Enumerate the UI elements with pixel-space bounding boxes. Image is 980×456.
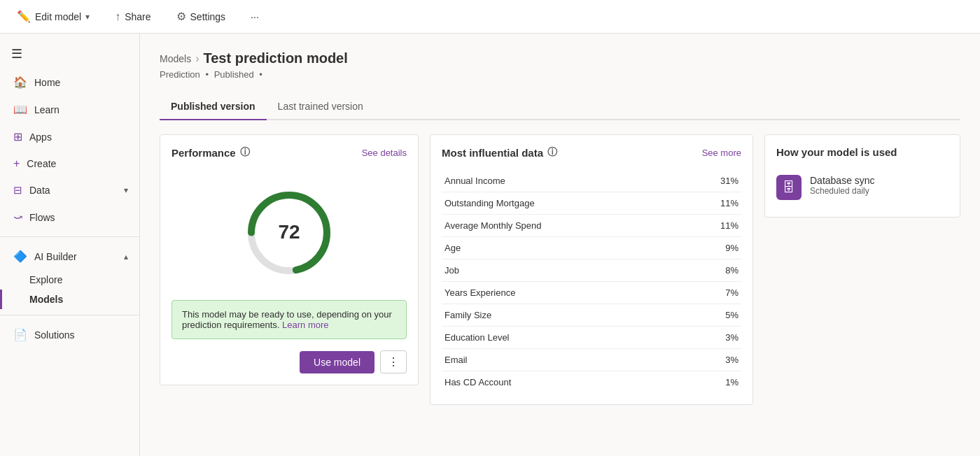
usage-item-name: Database sync <box>810 175 875 186</box>
gauge-chart: 72 <box>240 184 338 282</box>
list-item: 🗄 Database sync Scheduled daily <box>776 169 948 206</box>
table-row: Education Level3% <box>442 327 741 349</box>
performance-card: Performance ⓘ See details 72 <box>160 134 419 385</box>
performance-alert: This model may be ready to use, dependin… <box>172 300 407 339</box>
usage-item-info: Database sync Scheduled daily <box>810 175 875 196</box>
breadcrumb: Models › Test prediction model <box>160 50 960 66</box>
usage-title: How your model is used <box>776 146 897 158</box>
home-icon: 🏠 <box>13 76 27 89</box>
data-icon: ⊟ <box>13 184 22 197</box>
edit-icon: ✏️ <box>17 10 31 23</box>
more-options-button[interactable]: ⋮ <box>380 350 407 373</box>
sidebar-sub-models[interactable]: Models <box>0 290 139 309</box>
gauge-container: 72 <box>172 170 407 289</box>
table-row: Years Experience7% <box>442 282 741 304</box>
usage-card: How your model is used 🗄 Database sync S… <box>764 134 960 218</box>
tabs: Published version Last trained version <box>160 94 960 120</box>
tab-last-trained-version[interactable]: Last trained version <box>267 94 374 120</box>
performance-title: Performance ⓘ <box>172 146 250 159</box>
gear-icon: ⚙ <box>176 10 186 23</box>
sidebar-item-learn[interactable]: 📖 Learn <box>0 96 139 123</box>
use-model-button[interactable]: Use model <box>300 351 374 373</box>
apps-icon: ⊞ <box>13 130 22 143</box>
table-row: Email3% <box>442 349 741 371</box>
page-title: Test prediction model <box>203 50 347 66</box>
influential-data-table: Annual Income31%Outstanding Mortgage11%A… <box>442 170 741 393</box>
influential-title: Most influential data ⓘ <box>442 146 557 159</box>
usage-item-icon: 🗄 <box>776 175 802 200</box>
table-row: Family Size5% <box>442 304 741 327</box>
create-icon: + <box>13 157 20 170</box>
sidebar-item-data[interactable]: ⊟ Data ▾ <box>0 177 139 204</box>
sidebar-item-ai-builder[interactable]: 🔷 AI Builder ▴ <box>0 243 139 270</box>
cards-row: Performance ⓘ See details 72 <box>160 134 960 405</box>
sidebar-item-flows[interactable]: ⤻ Flows <box>0 204 139 231</box>
page-subtitle: Prediction • Published • <box>160 69 960 80</box>
sidebar-sub-explore[interactable]: Explore <box>0 270 139 290</box>
more-button[interactable]: ··· <box>245 8 265 25</box>
influential-data-card: Most influential data ⓘ See more Annual … <box>430 134 753 405</box>
sidebar-item-apps[interactable]: ⊞ Apps <box>0 123 139 150</box>
performance-card-footer: Use model ⋮ <box>172 350 407 373</box>
info-icon-influential[interactable]: ⓘ <box>547 146 557 159</box>
usage-card-header: How your model is used <box>776 146 948 158</box>
influential-card-header: Most influential data ⓘ See more <box>442 146 741 159</box>
solutions-icon: 📄 <box>13 328 27 341</box>
sidebar-item-home[interactable]: 🏠 Home <box>0 69 139 96</box>
edit-model-button[interactable]: ✏️ Edit model ▾ <box>11 7 95 26</box>
table-row: Annual Income31% <box>442 170 741 192</box>
table-row: Has CD Account1% <box>442 371 741 394</box>
table-row: Job8% <box>442 259 741 282</box>
table-row: Outstanding Mortgage11% <box>442 192 741 215</box>
sidebar-item-create[interactable]: + Create <box>0 150 139 177</box>
settings-button[interactable]: ⚙ Settings <box>171 7 232 26</box>
table-row: Average Monthly Spend11% <box>442 215 741 237</box>
info-icon[interactable]: ⓘ <box>240 146 250 159</box>
chevron-up-icon: ▴ <box>124 252 128 262</box>
breadcrumb-separator: › <box>195 52 199 65</box>
share-button[interactable]: ↑ Share <box>109 8 156 26</box>
learn-more-link[interactable]: Learn more <box>282 320 328 330</box>
performance-card-header: Performance ⓘ See details <box>172 146 407 159</box>
flows-icon: ⤻ <box>13 211 22 224</box>
gauge-score: 72 <box>278 221 300 243</box>
usage-items: 🗄 Database sync Scheduled daily <box>776 169 948 206</box>
see-details-link[interactable]: See details <box>362 148 407 158</box>
sidebar-item-solutions[interactable]: 📄 Solutions <box>0 321 139 348</box>
chevron-icon: ▾ <box>85 12 90 22</box>
tab-published-version[interactable]: Published version <box>160 94 267 120</box>
learn-icon: 📖 <box>13 103 27 116</box>
usage-item-sub: Scheduled daily <box>810 186 875 196</box>
sidebar: ☰ 🏠 Home 📖 Learn ⊞ Apps + Create ⊟ Data … <box>0 34 140 456</box>
table-row: Age9% <box>442 237 741 259</box>
chevron-down-icon: ▾ <box>124 185 128 195</box>
hamburger-button[interactable]: ☰ <box>0 39 139 69</box>
ai-builder-icon: 🔷 <box>13 250 27 263</box>
content-area: Models › Test prediction model Predictio… <box>140 34 980 456</box>
see-more-link[interactable]: See more <box>702 148 741 158</box>
main-layout: ☰ 🏠 Home 📖 Learn ⊞ Apps + Create ⊟ Data … <box>0 34 980 456</box>
share-icon: ↑ <box>115 10 120 23</box>
topbar: ✏️ Edit model ▾ ↑ Share ⚙ Settings ··· <box>0 0 980 34</box>
